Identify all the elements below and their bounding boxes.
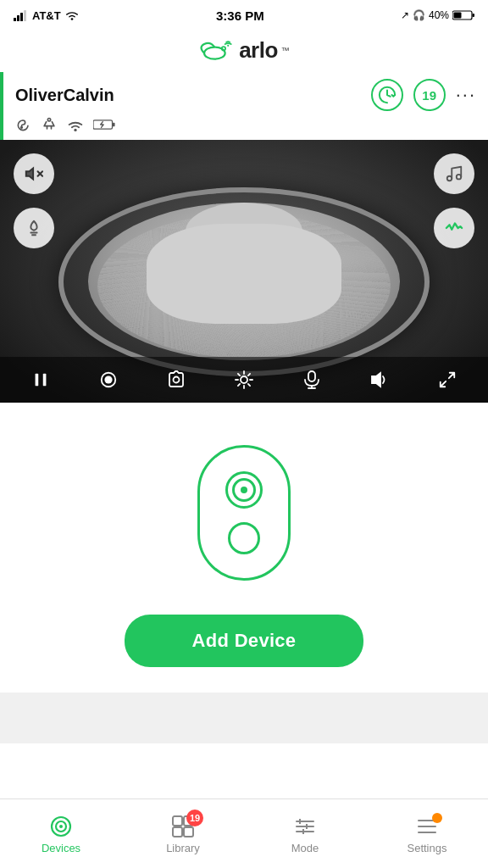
svg-rect-45 bbox=[173, 827, 182, 837]
baby-body bbox=[147, 224, 341, 324]
record-button[interactable] bbox=[92, 363, 125, 397]
mode-icon bbox=[293, 815, 317, 838]
svg-rect-6 bbox=[473, 14, 475, 17]
fullscreen-button[interactable] bbox=[430, 363, 464, 397]
location-icon: ↗ bbox=[401, 9, 409, 21]
nav-devices[interactable]: Devices bbox=[0, 806, 122, 854]
svg-rect-3 bbox=[24, 10, 26, 21]
camera-header: OliverCalvin 19 ··· bbox=[3, 72, 488, 114]
notification-badge[interactable]: 19 bbox=[413, 79, 446, 111]
clock: 3:36 PM bbox=[216, 8, 264, 23]
hearing-icon bbox=[15, 116, 32, 133]
battery-bar bbox=[452, 9, 474, 21]
trademark: ™ bbox=[281, 46, 290, 55]
mute-button[interactable] bbox=[14, 153, 54, 194]
arlo-logo: arlo ™ bbox=[198, 37, 290, 64]
svg-point-42 bbox=[59, 825, 63, 828]
svg-rect-36 bbox=[308, 371, 315, 381]
svg-point-26 bbox=[174, 377, 180, 383]
microphone-button[interactable] bbox=[295, 363, 329, 397]
signal-bars bbox=[14, 9, 29, 21]
svg-line-33 bbox=[248, 384, 250, 386]
svg-rect-2 bbox=[20, 13, 23, 21]
activity-button[interactable] bbox=[434, 208, 474, 248]
svg-rect-15 bbox=[113, 123, 115, 126]
svg-rect-23 bbox=[43, 374, 47, 387]
camera-section: OliverCalvin 19 ··· bbox=[0, 72, 488, 140]
library-icon: 19 bbox=[171, 815, 195, 838]
svg-point-21 bbox=[457, 175, 462, 180]
nav-mode[interactable]: Mode bbox=[244, 806, 366, 854]
status-right: ↗ 🎧 40% bbox=[401, 9, 474, 21]
settings-badge bbox=[432, 813, 442, 823]
app-name: arlo bbox=[239, 37, 278, 64]
more-options-button[interactable]: ··· bbox=[456, 84, 476, 106]
nav-library-label: Library bbox=[166, 842, 200, 854]
app-header: arlo ™ bbox=[0, 31, 488, 72]
lamp-button[interactable] bbox=[14, 208, 54, 248]
nav-settings-label: Settings bbox=[408, 842, 447, 854]
svg-point-4 bbox=[70, 18, 73, 20]
svg-rect-1 bbox=[17, 15, 19, 21]
charging-icon bbox=[93, 118, 115, 131]
music-button[interactable] bbox=[434, 153, 474, 194]
svg-point-12 bbox=[47, 119, 50, 121]
nav-settings[interactable]: Settings bbox=[366, 806, 488, 854]
motion-icon bbox=[41, 116, 58, 133]
devices-icon bbox=[49, 815, 73, 838]
svg-rect-46 bbox=[184, 827, 193, 837]
svg-line-32 bbox=[238, 374, 240, 376]
svg-point-20 bbox=[447, 176, 452, 181]
wifi-icon bbox=[64, 9, 80, 21]
brightness-button[interactable] bbox=[227, 363, 261, 397]
camera-actions: 19 ··· bbox=[371, 79, 476, 111]
nav-devices-label: Devices bbox=[42, 842, 80, 854]
add-device-button[interactable]: Add Device bbox=[125, 615, 364, 667]
settings-icon bbox=[415, 815, 439, 838]
camera-active-indicator bbox=[225, 471, 263, 509]
status-left: AT&T bbox=[14, 9, 80, 22]
camera-status-row bbox=[3, 114, 488, 140]
svg-point-11 bbox=[21, 127, 23, 129]
bottom-navigation: Devices 19 Library Mode bbox=[0, 798, 488, 868]
video-controls-bar bbox=[0, 357, 488, 403]
spacer bbox=[0, 693, 488, 743]
svg-point-13 bbox=[74, 129, 76, 131]
svg-point-9 bbox=[222, 47, 225, 50]
status-bar: AT&T 3:36 PM ↗ 🎧 40% bbox=[0, 0, 488, 31]
video-player bbox=[0, 140, 488, 403]
svg-point-25 bbox=[104, 376, 112, 383]
pause-button[interactable] bbox=[24, 363, 58, 397]
snapshot-button[interactable] bbox=[159, 363, 193, 397]
svg-line-34 bbox=[248, 374, 250, 376]
svg-point-10 bbox=[227, 44, 229, 46]
carrier-label: AT&T bbox=[32, 9, 61, 22]
svg-rect-7 bbox=[454, 13, 462, 19]
volume-button[interactable] bbox=[363, 363, 396, 397]
svg-rect-22 bbox=[36, 374, 39, 387]
wifi-status-icon bbox=[66, 117, 85, 132]
nav-library[interactable]: 19 Library bbox=[122, 806, 244, 854]
library-badge: 19 bbox=[186, 810, 203, 826]
history-button[interactable] bbox=[371, 79, 403, 111]
arlo-bird-icon bbox=[198, 39, 236, 63]
svg-point-27 bbox=[241, 376, 247, 383]
svg-line-35 bbox=[238, 384, 240, 386]
add-device-section: Add Device bbox=[0, 403, 488, 693]
camera-name: OliverCalvin bbox=[15, 86, 114, 105]
svg-marker-39 bbox=[372, 373, 380, 387]
svg-rect-43 bbox=[173, 816, 182, 826]
svg-marker-16 bbox=[26, 169, 33, 180]
headphone-icon: 🎧 bbox=[413, 9, 425, 21]
svg-rect-0 bbox=[14, 18, 16, 21]
nav-mode-label: Mode bbox=[291, 842, 319, 854]
device-icon bbox=[197, 445, 291, 581]
camera-inactive-indicator bbox=[228, 522, 260, 554]
battery-percent: 40% bbox=[429, 9, 449, 21]
